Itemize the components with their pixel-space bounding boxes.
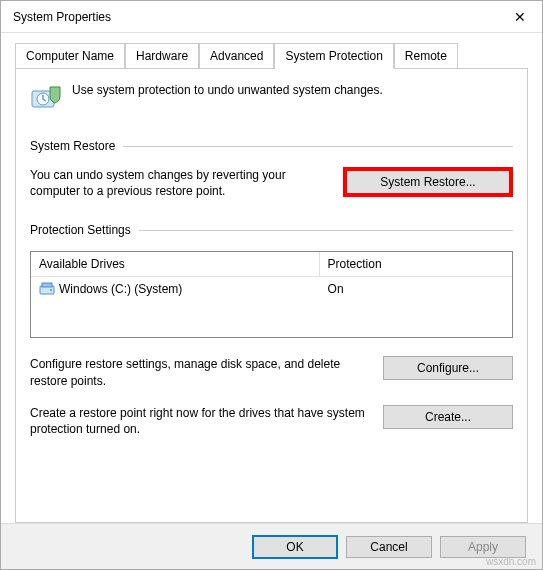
tab-advanced[interactable]: Advanced (199, 43, 274, 68)
close-icon: ✕ (514, 9, 526, 25)
titlebar: System Properties ✕ (1, 1, 542, 33)
configure-button[interactable]: Configure... (383, 356, 513, 380)
tab-panel-system-protection: Use system protection to undo unwanted s… (15, 68, 528, 523)
ok-button[interactable]: OK (252, 535, 338, 559)
intro-text: Use system protection to undo unwanted s… (72, 83, 383, 97)
system-restore-section-header: System Restore (30, 139, 513, 153)
intro-row: Use system protection to undo unwanted s… (30, 83, 513, 115)
col-available-drives[interactable]: Available Drives (31, 252, 320, 277)
system-restore-description: You can undo system changes by reverting… (30, 167, 323, 199)
apply-button[interactable]: Apply (440, 536, 526, 558)
tab-system-protection[interactable]: System Protection (274, 43, 393, 69)
system-properties-window: System Properties ✕ Computer Name Hardwa… (0, 0, 543, 570)
cancel-button[interactable]: Cancel (346, 536, 432, 558)
svg-point-4 (50, 289, 52, 291)
drive-name: Windows (C:) (System) (59, 282, 182, 296)
configure-description: Configure restore settings, manage disk … (30, 356, 371, 388)
system-restore-button[interactable]: System Restore... (343, 167, 513, 197)
system-restore-label: System Restore (30, 139, 123, 153)
table-row[interactable]: Windows (C:) (System) On (31, 277, 512, 301)
drives-table-header: Available Drives Protection (31, 252, 512, 277)
system-protection-icon (30, 83, 62, 115)
create-button[interactable]: Create... (383, 405, 513, 429)
tab-computer-name[interactable]: Computer Name (15, 43, 125, 68)
dialog-button-bar: OK Cancel Apply (1, 523, 542, 569)
divider (139, 230, 513, 231)
tab-hardware[interactable]: Hardware (125, 43, 199, 68)
tab-remote[interactable]: Remote (394, 43, 458, 68)
drives-table-body: Windows (C:) (System) On (31, 277, 512, 337)
protection-settings-section-header: Protection Settings (30, 223, 513, 237)
create-row: Create a restore point right now for the… (30, 405, 513, 437)
protection-settings-label: Protection Settings (30, 223, 139, 237)
window-title: System Properties (13, 10, 111, 24)
create-description: Create a restore point right now for the… (30, 405, 371, 437)
drives-table: Available Drives Protection Windows (C:)… (30, 251, 513, 338)
system-restore-row: You can undo system changes by reverting… (30, 167, 513, 199)
close-button[interactable]: ✕ (497, 1, 542, 33)
divider (123, 146, 513, 147)
watermark: wsxdn.com (486, 556, 536, 567)
configure-row: Configure restore settings, manage disk … (30, 356, 513, 388)
tab-strip: Computer Name Hardware Advanced System P… (1, 35, 542, 68)
svg-rect-3 (42, 283, 52, 287)
col-protection[interactable]: Protection (320, 252, 512, 277)
drive-icon (39, 281, 55, 297)
drive-protection-status: On (320, 279, 512, 299)
